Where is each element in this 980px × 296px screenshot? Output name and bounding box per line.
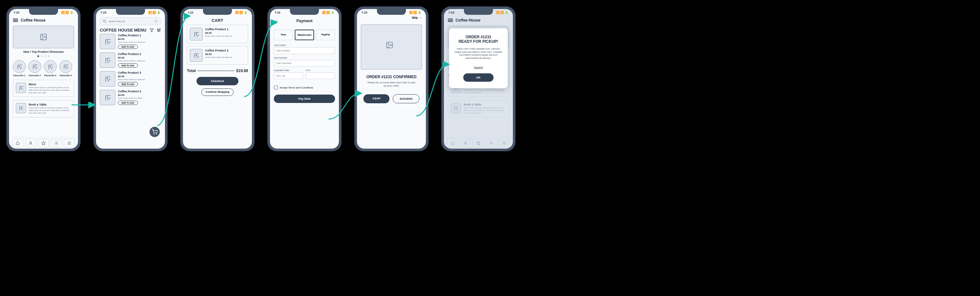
- svg-point-17: [154, 134, 154, 135]
- payment-methods: Visa Mastercard PayPal: [274, 30, 335, 40]
- terms-row[interactable]: Accept Terms and Conditions: [274, 85, 335, 89]
- flow-arrow: [241, 19, 280, 100]
- svg-line-9: [105, 22, 106, 23]
- nav-settings-icon[interactable]: [51, 139, 62, 147]
- status-time: 7:23: [14, 11, 19, 14]
- cvv-input[interactable]: [306, 73, 335, 79]
- app-title: Coffee House: [455, 18, 480, 22]
- favourites-row: Favourite 1 Favourite 2 Favourite 3 Favo…: [13, 60, 74, 77]
- method-paypal[interactable]: PayPal: [316, 30, 335, 40]
- payment-title: Payment: [282, 19, 327, 23]
- image-placeholder-icon: [16, 103, 26, 113]
- pickup-modal: ORDER #1231READY FOR PICKUP! Nulla Lorem…: [449, 28, 508, 88]
- svg-marker-3: [41, 141, 45, 145]
- search-icon: [103, 19, 107, 23]
- modal-title: ORDER #1231READY FOR PICKUP!: [454, 35, 503, 44]
- cart-item: Coffee Product 1 $9.99 Amet minim mollit…: [187, 25, 248, 43]
- cart-item-name: Coffee Product 1: [205, 28, 245, 31]
- flow-arrow: [413, 61, 452, 119]
- svg-marker-10: [150, 28, 154, 32]
- product-row: Coffee Product 1 $9.99 Amet minim mollit…: [100, 34, 161, 49]
- svg-point-4: [56, 142, 57, 144]
- showcase-label: New / Top Product Showcase: [13, 50, 74, 54]
- status-icons: 📶 📶 🔋: [61, 11, 73, 14]
- phone-pickup-modal: 7:23📶 📶 🔋 Coffee House New / Top Product…: [441, 6, 515, 151]
- flow-arrow: [154, 13, 192, 129]
- menu-heading: COFFEE HOUSE MENU: [100, 28, 146, 33]
- hero-image: [13, 26, 74, 48]
- app-title: Coffee House: [21, 18, 45, 22]
- cart-icon: [152, 129, 158, 135]
- ok-button[interactable]: OK: [463, 73, 493, 82]
- carousel-dots[interactable]: [13, 55, 74, 57]
- terms-label: Accept Terms and Conditions: [280, 86, 313, 89]
- arrow-right-icon: →: [419, 16, 422, 19]
- modal-body: Nulla Lorem mollit cupidatat irure. Labo…: [454, 47, 503, 60]
- add-to-cart-button[interactable]: Add To Cart: [118, 45, 138, 49]
- cart-item-price: $9.99: [205, 53, 245, 55]
- cart-item-price: $9.99: [205, 32, 245, 35]
- image-placeholder-icon: [100, 90, 115, 105]
- method-mastercard[interactable]: Mastercard: [295, 30, 314, 40]
- cvv-label: CVV: [306, 69, 335, 71]
- cart-item: Coffee Product 2 $9.99 Amet minim mollit…: [187, 46, 248, 65]
- nav-profile-icon[interactable]: [25, 139, 36, 147]
- favourite-item[interactable]: Favourite 2: [29, 60, 41, 77]
- flow-arrow: [325, 90, 364, 122]
- add-to-cart-button[interactable]: Add To Cart: [118, 63, 138, 68]
- receipt-link[interactable]: Receipt: [474, 66, 483, 69]
- hamburger-icon[interactable]: [448, 18, 453, 22]
- svg-point-2: [30, 142, 32, 143]
- book-table-card[interactable]: Book a Table Amet minim mollit non deser…: [13, 100, 74, 117]
- product-row: Coffee Product 4 $9.99 Amet minim mollit…: [100, 90, 161, 105]
- filter-icon[interactable]: [150, 28, 154, 33]
- flow-arrow: [72, 102, 97, 114]
- card-holder-input[interactable]: [274, 47, 335, 54]
- checkout-button[interactable]: Checkout: [197, 77, 239, 85]
- favourite-item[interactable]: Favourite 4: [59, 60, 72, 77]
- total-row: Total $19.88: [187, 68, 248, 73]
- skip-button[interactable]: Skip→: [361, 16, 422, 19]
- cart-item-name: Coffee Product 2: [205, 49, 245, 52]
- asap-button[interactable]: ASAP: [363, 94, 390, 103]
- card-holder-label: Card Holder: [274, 44, 335, 46]
- bottom-nav: [9, 137, 78, 149]
- nav-home-icon[interactable]: [12, 139, 23, 147]
- cart-item-desc: Amet minim mollit non deserunt.: [205, 35, 245, 37]
- svg-point-18: [156, 134, 157, 135]
- search-input[interactable]: ✕: [100, 17, 161, 25]
- product-row: Coffee Product 2 $9.99 Amet minim mollit…: [100, 52, 161, 68]
- card-number-label: Card Number: [274, 57, 335, 59]
- card-title: Book a Table: [29, 103, 71, 106]
- card-desc: Amet minim mollit non deserunt ullamco e…: [29, 87, 71, 94]
- image-placeholder-icon: [100, 71, 115, 87]
- svg-point-8: [103, 20, 106, 22]
- hamburger-icon[interactable]: [13, 18, 18, 22]
- product-row: Coffee Product 3 $9.99 Amet minim mollit…: [100, 71, 161, 87]
- image-placeholder-icon: [100, 34, 115, 49]
- card-desc: Amet minim mollit non deserunt ullamco e…: [29, 107, 71, 114]
- phone-home: 7:23 📶 📶 🔋 Coffee House New / Top Produc…: [6, 6, 81, 151]
- nav-menu-icon[interactable]: [64, 139, 75, 147]
- continue-shopping-button[interactable]: Continue Shopping: [201, 89, 234, 96]
- menu-card[interactable]: Menu Amet minim mollit non deserunt ulla…: [13, 80, 74, 97]
- favourite-item[interactable]: Favourite 3: [44, 60, 57, 77]
- cart-item-desc: Amet minim mollit non deserunt.: [205, 56, 245, 58]
- favourite-item[interactable]: Favourite 1: [13, 60, 26, 77]
- image-placeholder-icon: [16, 83, 26, 93]
- card-title: Menu: [29, 83, 71, 86]
- cart-title: CART: [187, 16, 248, 25]
- add-to-cart-button[interactable]: Add To Cart: [118, 101, 138, 105]
- search-field[interactable]: [108, 20, 152, 23]
- card-number-input[interactable]: [274, 60, 335, 66]
- nav-star-icon[interactable]: [38, 139, 49, 147]
- add-to-cart-button[interactable]: Add To Cart: [118, 82, 138, 86]
- image-placeholder-icon: [100, 52, 115, 68]
